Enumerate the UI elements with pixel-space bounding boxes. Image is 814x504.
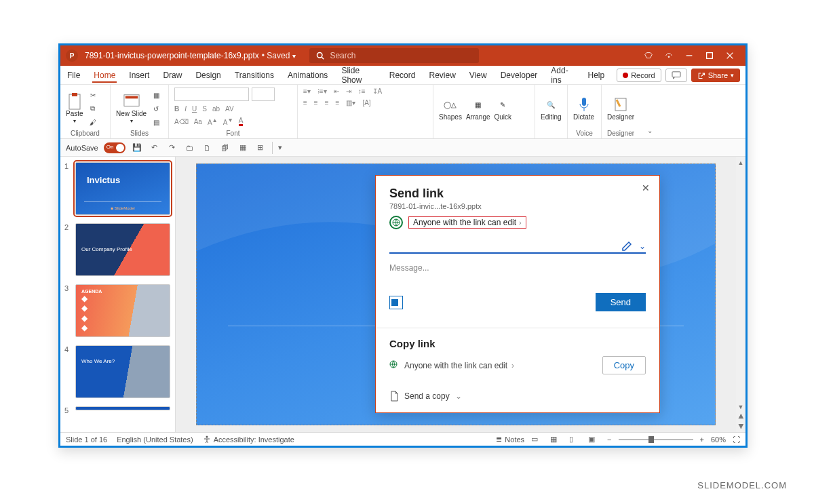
reading-view-icon[interactable]: ▯ xyxy=(569,435,581,444)
slide-thumbnail-4[interactable]: Who We Are? xyxy=(75,345,170,398)
qat-icon[interactable]: ▦ xyxy=(237,142,249,154)
arrange-button[interactable]: ▦Arrange xyxy=(466,96,490,121)
fit-to-window-icon[interactable]: ⛶ xyxy=(733,435,740,444)
send-copy-button[interactable]: Send a copy ⌄ xyxy=(389,391,646,402)
thumbnail-row[interactable]: 5 xyxy=(64,406,171,414)
undo-icon[interactable]: ↶ xyxy=(149,142,161,154)
search-box[interactable]: Search xyxy=(309,48,479,63)
collapse-ribbon-button[interactable]: ⌄ xyxy=(640,85,660,138)
dictate-button[interactable]: Dictate xyxy=(573,96,594,121)
text-shadow-button[interactable]: ab xyxy=(212,105,220,113)
vertical-scrollbar[interactable]: ▲ ▼ ⯅ ⯆ xyxy=(736,157,745,432)
close-dialog-button[interactable]: ✕ xyxy=(639,181,653,195)
align-left-button[interactable]: ≡ xyxy=(303,99,307,106)
thumbnail-row[interactable]: 2 Our Company Profile xyxy=(64,223,171,276)
columns-button[interactable]: ▥▾ xyxy=(346,99,355,106)
save-icon[interactable]: 💾 xyxy=(131,142,143,154)
tab-home[interactable]: Home xyxy=(92,68,117,83)
clear-format-button[interactable]: A⌫ xyxy=(174,118,189,125)
maximize-button[interactable] xyxy=(699,45,720,66)
justify-button[interactable]: ≡ xyxy=(336,99,340,106)
message-input[interactable]: Message... xyxy=(389,263,646,273)
bullets-button[interactable]: ≡▾ xyxy=(303,88,311,95)
tab-insert[interactable]: Insert xyxy=(128,68,151,83)
qat-icon[interactable]: ⊞ xyxy=(254,142,267,154)
align-center-button[interactable]: ≡ xyxy=(314,99,318,106)
thumbnail-row[interactable]: 1 Invictus■ SlideModel xyxy=(64,162,171,215)
minimize-button[interactable] xyxy=(679,45,699,66)
font-size-select[interactable] xyxy=(252,88,275,101)
normal-view-icon[interactable]: ▭ xyxy=(531,435,543,444)
slide-counter[interactable]: Slide 1 of 16 xyxy=(66,435,107,444)
prev-slide-icon[interactable]: ⯅ xyxy=(738,413,744,420)
align-right-button[interactable]: ≡ xyxy=(325,99,329,106)
reset-icon[interactable]: ↺ xyxy=(151,103,161,114)
tab-animations[interactable]: Animations xyxy=(286,68,329,83)
tab-file[interactable]: File xyxy=(66,68,81,83)
strikethrough-button[interactable]: S xyxy=(202,105,207,113)
font-family-select[interactable] xyxy=(174,88,249,101)
layout-icon[interactable]: ▦ xyxy=(151,90,161,100)
change-case-button[interactable]: Aa xyxy=(194,118,202,125)
redo-icon[interactable]: ↷ xyxy=(166,142,178,154)
qat-more-icon[interactable]: ▾ xyxy=(272,142,284,154)
slide-thumbnail-5[interactable] xyxy=(75,406,170,410)
tab-slideshow[interactable]: Slide Show xyxy=(340,63,376,88)
zoom-slider[interactable] xyxy=(619,439,693,440)
qat-icon[interactable]: 🗐 xyxy=(219,142,231,154)
scroll-up-icon[interactable]: ▲ xyxy=(738,159,744,166)
coming-soon-icon[interactable] xyxy=(659,45,679,66)
accessibility-status[interactable]: Accessibility: Investigate xyxy=(203,435,294,444)
editing-button[interactable]: 🔍Editing xyxy=(541,96,562,121)
line-spacing-button[interactable]: ↕≡ xyxy=(358,88,366,95)
premium-icon[interactable] xyxy=(638,45,659,66)
pencil-icon[interactable] xyxy=(621,241,632,252)
qat-icon[interactable]: 🗀 xyxy=(184,142,196,154)
thumbnail-row[interactable]: 4 Who We Are? xyxy=(64,345,171,398)
recipient-input[interactable]: ⌄ xyxy=(389,240,646,254)
new-slide-button[interactable]: New Slide▾ xyxy=(116,93,147,124)
zoom-out-button[interactable]: − xyxy=(607,435,611,444)
paste-button[interactable]: Paste▾ xyxy=(66,93,83,124)
language-status[interactable]: English (United States) xyxy=(117,435,193,444)
next-slide-icon[interactable]: ⯆ xyxy=(738,423,744,429)
send-button[interactable]: Send xyxy=(596,293,646,311)
tab-view[interactable]: View xyxy=(468,68,488,83)
sorter-view-icon[interactable]: ▦ xyxy=(550,435,562,444)
record-button[interactable]: Record xyxy=(617,69,661,82)
quick-styles-button[interactable]: ✎Quick xyxy=(495,96,512,121)
thumbnail-row[interactable]: 3 AGENDA◆◆◆◆ xyxy=(64,284,171,337)
link-settings-row[interactable]: Anyone with the link can edit› xyxy=(389,216,646,229)
character-spacing-button[interactable]: AV xyxy=(225,105,234,113)
indent-right-button[interactable]: ⇥ xyxy=(346,88,351,95)
qat-icon[interactable]: 🗋 xyxy=(201,142,214,154)
share-button[interactable]: Share▾ xyxy=(691,69,740,82)
filename-chevron-icon[interactable]: ▾ xyxy=(292,52,296,60)
close-window-button[interactable] xyxy=(720,45,740,66)
cut-icon[interactable]: ✂ xyxy=(88,90,98,100)
zoom-in-button[interactable]: + xyxy=(700,435,704,444)
tab-draw[interactable]: Draw xyxy=(161,68,183,83)
section-icon[interactable]: ▤ xyxy=(151,117,161,128)
tab-developer[interactable]: Developer xyxy=(499,68,539,83)
notes-button[interactable]: ≣Notes xyxy=(496,435,524,444)
align-text-button[interactable]: [A] xyxy=(362,99,370,106)
tab-help[interactable]: Help xyxy=(586,68,606,83)
scroll-down-icon[interactable]: ▼ xyxy=(738,404,744,410)
autosave-toggle[interactable]: On xyxy=(104,142,125,153)
shapes-button[interactable]: ◯△Shapes xyxy=(439,96,462,121)
underline-button[interactable]: U xyxy=(192,105,197,113)
indent-left-button[interactable]: ⇤ xyxy=(334,88,339,95)
font-color-button[interactable]: A xyxy=(239,117,244,126)
slideshow-view-icon[interactable]: ▣ xyxy=(588,435,600,444)
italic-button[interactable]: I xyxy=(185,105,187,113)
chevron-down-icon[interactable]: ⌄ xyxy=(639,241,646,251)
text-direction-button[interactable]: ↧A xyxy=(372,88,383,95)
bold-button[interactable]: B xyxy=(174,105,179,113)
tab-transitions[interactable]: Transitions xyxy=(233,68,275,83)
slide-thumbnail-1[interactable]: Invictus■ SlideModel xyxy=(75,162,170,215)
zoom-level[interactable]: 60% xyxy=(711,435,726,444)
slide-thumbnail-2[interactable]: Our Company Profile xyxy=(75,223,170,276)
shrink-font-button[interactable]: A▼ xyxy=(223,117,233,126)
copy-link-permission[interactable]: Anyone with the link can edit› xyxy=(404,361,514,370)
